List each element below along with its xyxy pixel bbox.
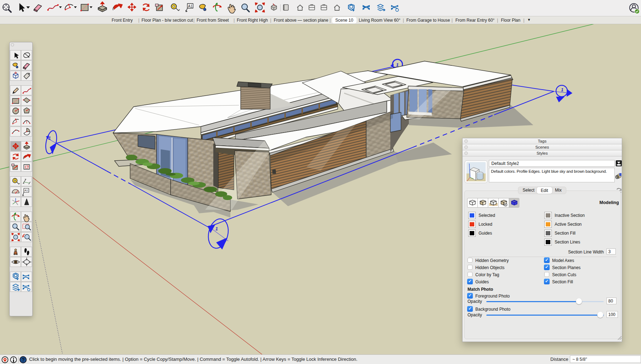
svg-text:1: 1	[48, 136, 51, 141]
svg-text:1: 1	[396, 62, 399, 68]
svg-text:1: 1	[215, 226, 218, 231]
svg-text:?: ?	[22, 357, 25, 363]
svg-text:A1: A1	[25, 189, 28, 192]
svg-text:A1: A1	[188, 4, 193, 8]
svg-text:1: 1	[561, 87, 563, 92]
